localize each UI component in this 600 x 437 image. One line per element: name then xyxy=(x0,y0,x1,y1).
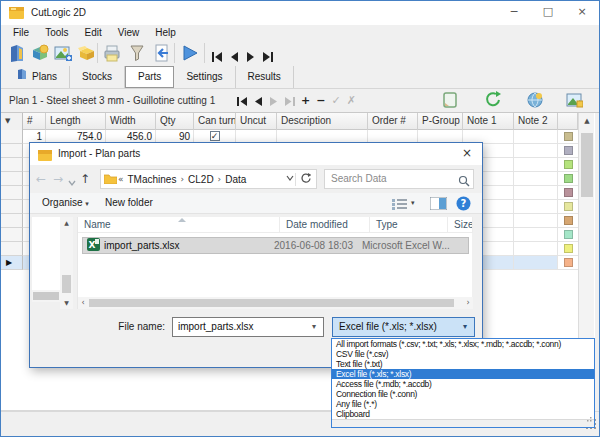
run-calculation-icon[interactable] xyxy=(180,43,200,67)
column-header-qty[interactable]: Qty xyxy=(156,113,194,130)
dropdown-resize-grip[interactable] xyxy=(332,419,594,427)
row-selector[interactable] xyxy=(1,200,23,214)
tab-stocks[interactable]: Stocks xyxy=(70,66,125,88)
breadcrumb-segment-cl2d[interactable]: CL2D xyxy=(185,174,217,185)
globe-icon[interactable] xyxy=(526,91,544,113)
first-row-icon[interactable] xyxy=(237,92,248,110)
file-type-option[interactable]: CSV file (*.csv) xyxy=(332,349,594,359)
file-name-dropdown-icon[interactable]: ▾ xyxy=(307,318,321,336)
navigation-pane[interactable] xyxy=(32,217,60,290)
maximize-button[interactable]: □ xyxy=(531,1,565,25)
row-selector[interactable] xyxy=(1,158,23,172)
import-icon[interactable] xyxy=(151,43,171,67)
column-header-note-1[interactable]: Note 1 xyxy=(463,113,514,130)
tab-results[interactable]: Results xyxy=(236,66,294,88)
row-selector[interactable] xyxy=(1,242,23,256)
edit-picture-icon[interactable] xyxy=(53,43,73,67)
last-row-icon[interactable] xyxy=(284,92,295,110)
add-row-icon[interactable]: + xyxy=(301,94,310,107)
sheet-icon[interactable] xyxy=(441,91,459,113)
first-record-icon[interactable] xyxy=(211,48,223,66)
column-header-width[interactable]: Width xyxy=(106,113,156,130)
refresh-icon[interactable] xyxy=(484,91,502,113)
menu-item-tools[interactable]: Tools xyxy=(37,25,76,40)
forward-icon[interactable]: → xyxy=(53,169,63,189)
column-header-length[interactable]: Length xyxy=(46,113,106,130)
file-type-option[interactable]: Text file (*.txt) xyxy=(332,359,594,369)
file-list-hscrollbar[interactable]: ‹ › xyxy=(78,297,473,309)
row-selector[interactable] xyxy=(1,130,23,144)
row-selector[interactable] xyxy=(1,172,23,186)
breadcrumb-overflow[interactable]: « xyxy=(117,174,125,184)
file-type-dropdown-icon[interactable]: ▾ xyxy=(458,318,472,336)
stock-box-icon[interactable] xyxy=(77,43,97,67)
last-record-icon[interactable] xyxy=(262,48,274,66)
print-icon[interactable] xyxy=(102,43,122,67)
grid-filter-icon[interactable]: ▼ xyxy=(1,113,23,130)
refresh-address-icon[interactable] xyxy=(295,173,312,186)
file-list-scrollbar-thumb[interactable] xyxy=(89,299,454,307)
organise-button[interactable]: Organise ▾ xyxy=(42,193,89,214)
views-dropdown-icon[interactable]: ▾ xyxy=(411,193,415,213)
menu-item-help[interactable]: Help xyxy=(147,25,184,40)
file-type-option[interactable]: Access file (*.mdb; *.accdb) xyxy=(332,379,594,389)
new-folder-button[interactable]: New folder xyxy=(105,193,153,213)
scroll-up-icon[interactable]: ▲ xyxy=(579,113,595,129)
cancel-edit-icon[interactable]: ✗ xyxy=(347,94,356,107)
search-input[interactable]: Search Data xyxy=(324,169,474,189)
row-selector[interactable] xyxy=(1,214,23,228)
preview-pane-icon[interactable] xyxy=(430,197,447,217)
views-icon[interactable] xyxy=(392,197,408,217)
delete-row-icon[interactable]: − xyxy=(316,94,325,107)
tab-parts[interactable]: Parts xyxy=(125,66,174,88)
file-name-input[interactable]: import_parts.xlsx ▾ xyxy=(172,317,324,337)
nav-scroll-up-icon[interactable]: ▲ xyxy=(60,217,73,229)
column-header-order[interactable]: Order # xyxy=(368,113,418,130)
file-column-size[interactable]: Size xyxy=(448,217,473,232)
tab-settings[interactable]: Settings xyxy=(174,66,235,88)
file-type-option[interactable]: Any file (*.*) xyxy=(332,399,594,409)
dialog-close-icon[interactable]: × xyxy=(452,143,482,165)
previous-row-icon[interactable] xyxy=(254,92,263,110)
breadcrumb-segment-data[interactable]: Data xyxy=(222,174,249,185)
filter-funnel-icon[interactable] xyxy=(127,43,147,67)
menu-item-edit[interactable]: Edit xyxy=(76,25,109,40)
file-row[interactable]: X import_parts.xlsx 2016-06-08 18:03 Mic… xyxy=(82,237,469,254)
file-column-date-modified[interactable]: Date modified xyxy=(280,217,370,232)
scrollbar-thumb[interactable] xyxy=(581,133,593,197)
navigation-pane-scrollbar[interactable]: ▲ ▼ xyxy=(60,217,73,309)
row-selector[interactable] xyxy=(1,228,23,242)
previous-record-icon[interactable] xyxy=(229,48,239,66)
minimize-button[interactable]: − xyxy=(497,1,531,25)
file-type-option[interactable]: All import formats (*.csv; *.txt; *.xls;… xyxy=(332,339,594,349)
navigation-pane-hscrollbar[interactable] xyxy=(32,290,60,302)
breadcrumb-segment-tmachines[interactable]: TMachines xyxy=(125,174,180,185)
next-record-icon[interactable] xyxy=(246,48,256,66)
nav-scroll-down-icon[interactable]: ▼ xyxy=(60,297,73,309)
address-dropdown-icon[interactable] xyxy=(285,174,295,184)
current-row-indicator[interactable]: ▶ xyxy=(1,256,23,270)
row-selector[interactable] xyxy=(1,186,23,200)
tab-plans[interactable]: Plans xyxy=(4,66,70,88)
back-icon[interactable]: ← xyxy=(36,169,46,189)
column-header-description[interactable]: Description xyxy=(277,113,368,130)
file-type-option[interactable]: Clipboard xyxy=(332,409,594,419)
commit-edit-icon[interactable]: ✓ xyxy=(331,94,340,107)
menu-item-view[interactable]: View xyxy=(110,25,148,40)
menu-item-file[interactable]: File xyxy=(5,25,37,40)
scroll-right-icon[interactable]: › xyxy=(463,297,473,309)
column-header-uncut[interactable]: Uncut xyxy=(236,113,277,130)
row-selector[interactable] xyxy=(1,144,23,158)
up-icon[interactable]: ↑ xyxy=(80,169,90,189)
breadcrumb[interactable]: « TMachines›CL2D›Data xyxy=(100,169,317,189)
column-header-p-group[interactable]: P-Group xyxy=(418,113,463,130)
column-header-can-turn[interactable]: Can turn xyxy=(194,113,236,130)
next-row-icon[interactable] xyxy=(269,92,278,110)
nav-scrollbar-thumb[interactable] xyxy=(62,275,71,293)
help-icon[interactable]: ? xyxy=(456,196,471,218)
column-header-[interactable]: # xyxy=(23,113,46,130)
picture-icon[interactable] xyxy=(565,91,583,113)
recent-locations-icon[interactable] xyxy=(68,173,76,193)
new-plan-icon[interactable] xyxy=(30,43,50,67)
file-type-option[interactable]: Connection file (*.conn) xyxy=(332,389,594,399)
